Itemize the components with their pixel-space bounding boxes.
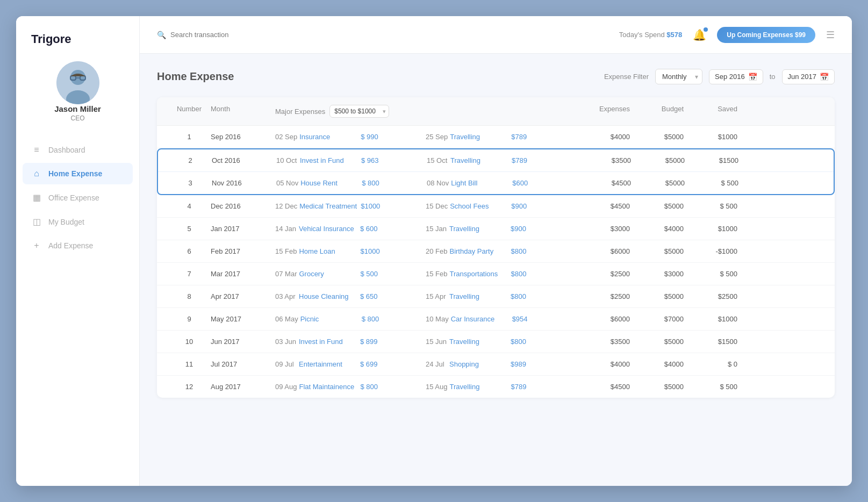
table-row[interactable]: 9 May 2017 06 May Picnic $ 800 10 May Ca… [157, 308, 835, 331]
highlighted-rows: 2 Oct 2016 10 Oct Invest in Fund $ 963 1… [157, 148, 835, 195]
app-logo: Trigore [16, 32, 71, 46]
th-saved: Saved [684, 105, 737, 118]
cell-expenses: $4500 [577, 179, 631, 187]
cell-exp1: 05 Nov House Rent $ 800 [276, 179, 427, 187]
date-from-value: Sep 2016 [715, 73, 745, 81]
page-header: Home Expense Expense Filter Monthly Week… [157, 69, 835, 84]
content-area: Home Expense Expense Filter Monthly Week… [140, 54, 852, 486]
date-to-input[interactable]: Jun 2017 📅 [782, 69, 835, 84]
sidebar-item-label: Home Expense [48, 169, 102, 178]
th-budget: Budget [630, 105, 684, 118]
major-expenses-filter[interactable]: $500 to $1000 $100 to $500 $1000+ [329, 105, 389, 118]
cell-month: Oct 2016 [212, 156, 276, 164]
main-content: 🔍 Today's Spend $578 🔔 Up Coming Expense… [140, 16, 852, 486]
sidebar-item-home-expense[interactable]: ⌂ Home Expense [23, 163, 133, 184]
table-row[interactable]: 8 Apr 2017 03 Apr House Cleaning $ 650 1… [157, 285, 835, 308]
bell-icon[interactable]: 🔔 [693, 29, 706, 41]
expense-table: Number Month Major Expenses $500 to $100… [157, 97, 835, 398]
avatar [56, 61, 99, 104]
cell-expenses: $4000 [576, 133, 630, 141]
office-icon: ▦ [31, 192, 42, 203]
upcoming-expenses-button[interactable]: Up Coming Expenses $99 [717, 27, 815, 43]
cell-exp1: 10 Oct Invest in Fund $ 963 [276, 156, 427, 164]
table-row[interactable]: 6 Feb 2017 15 Feb Home Loan $1000 20 Feb… [157, 240, 835, 263]
cell-saved: $1500 [685, 156, 738, 164]
calendar-to-icon: 📅 [820, 73, 829, 81]
table-row[interactable]: 3 Nov 2016 05 Nov House Rent $ 800 08 No… [158, 172, 834, 194]
table-row[interactable]: 7 Mar 2017 07 Mar Grocery $ 500 15 Feb T… [157, 263, 835, 285]
sidebar-item-office-expense[interactable]: ▦ Office Expense [23, 187, 133, 209]
cell-exp2: 15 Oct Travelling $789 [427, 156, 577, 164]
cell-exp2: 08 Nov Light Bill $600 [427, 179, 577, 187]
cell-exp1: 02 Sep Insurance $ 990 [275, 133, 426, 141]
search-container: 🔍 [157, 31, 613, 39]
bell-badge [704, 27, 708, 32]
page-title: Home Expense [157, 70, 234, 83]
table-row[interactable]: 12 Aug 2017 09 Aug Flat Maintainence $ 8… [157, 376, 835, 398]
major-filter-wrap: $500 to $1000 $100 to $500 $1000+ [329, 105, 389, 118]
filter-label: Expense Filter [604, 73, 649, 81]
cell-number: 1 [168, 133, 211, 141]
bell-wrapper: 🔔 [693, 28, 706, 41]
cell-saved: $ 500 [685, 179, 738, 187]
dashboard-icon: ≡ [31, 145, 42, 155]
table-row[interactable]: 5 Jan 2017 14 Jan Vehical Insurance $ 60… [157, 218, 835, 240]
user-role: CEO [70, 114, 84, 122]
today-spend-label: Today's Spend [619, 31, 665, 39]
budget-icon: ◫ [31, 217, 42, 227]
table-row[interactable]: 4 Dec 2016 12 Dec Medical Treatment $100… [157, 195, 835, 218]
top-bar-right: Today's Spend $578 🔔 Up Coming Expenses … [619, 27, 835, 43]
app-container: Trigore Jason Miller CEO ≡ Dashboard [16, 16, 852, 486]
table-row[interactable]: 2 Oct 2016 10 Oct Invest in Fund $ 963 1… [158, 149, 834, 172]
user-name: Jason Miller [54, 104, 101, 113]
today-spend: Today's Spend $578 [619, 31, 682, 39]
cell-budget: $5000 [630, 133, 684, 141]
sidebar: Trigore Jason Miller CEO ≡ Dashboard [16, 16, 140, 486]
calendar-from-icon: 📅 [748, 73, 757, 81]
sidebar-item-label: Add Expense [48, 241, 93, 250]
filter-select-wrap: Monthly Weekly Daily Yearly [655, 69, 702, 84]
cell-exp2: 25 Sep Travelling $789 [426, 133, 576, 141]
th-major-expenses: Major Expenses $500 to $1000 $100 to $50… [275, 105, 426, 118]
nav-menu: ≡ Dashboard ⌂ Home Expense ▦ Office Expe… [16, 139, 139, 259]
sidebar-item-label: Office Expense [48, 193, 99, 202]
search-icon: 🔍 [157, 31, 166, 39]
top-bar: 🔍 Today's Spend $578 🔔 Up Coming Expense… [140, 16, 852, 54]
date-to-value: Jun 2017 [788, 73, 817, 81]
svg-point-1 [70, 70, 85, 85]
cell-budget: $5000 [631, 179, 685, 187]
cell-month: Sep 2016 [211, 133, 275, 141]
date-to-separator: to [770, 73, 776, 81]
filter-area: Expense Filter Monthly Weekly Daily Year… [604, 69, 835, 84]
cell-number: 3 [169, 179, 212, 187]
today-spend-amount: $578 [666, 31, 682, 39]
date-from-input[interactable]: Sep 2016 📅 [709, 69, 763, 84]
sidebar-item-label: My Budget [48, 218, 84, 226]
cell-budget: $5000 [631, 156, 685, 164]
cell-month: Nov 2016 [212, 179, 276, 187]
sidebar-item-dashboard[interactable]: ≡ Dashboard [23, 139, 133, 161]
cell-saved: $1000 [684, 133, 737, 141]
expense-filter-select[interactable]: Monthly Weekly Daily Yearly [655, 69, 702, 84]
add-icon: + [31, 241, 42, 250]
hamburger-icon[interactable]: ☰ [826, 29, 835, 41]
table-row[interactable]: 11 Jul 2017 09 Jul Entertainment $ 699 2… [157, 353, 835, 376]
home-icon: ⌂ [31, 169, 42, 178]
sidebar-item-label: Dashboard [48, 146, 85, 154]
cell-expenses: $3500 [577, 156, 631, 164]
th-month: Month [211, 105, 275, 118]
th-expenses: Expenses [576, 105, 630, 118]
table-header: Number Month Major Expenses $500 to $100… [157, 97, 835, 126]
th-second-expense [426, 105, 576, 118]
sidebar-item-add-expense[interactable]: + Add Expense [23, 235, 133, 256]
sidebar-item-my-budget[interactable]: ◫ My Budget [23, 211, 133, 233]
cell-number: 2 [169, 156, 212, 164]
table-row[interactable]: 1 Sep 2016 02 Sep Insurance $ 990 25 Sep… [157, 126, 835, 148]
table-row[interactable]: 10 Jun 2017 03 Jun Invest in Fund $ 899 … [157, 331, 835, 353]
th-number: Number [168, 105, 211, 118]
search-input[interactable] [170, 31, 278, 39]
